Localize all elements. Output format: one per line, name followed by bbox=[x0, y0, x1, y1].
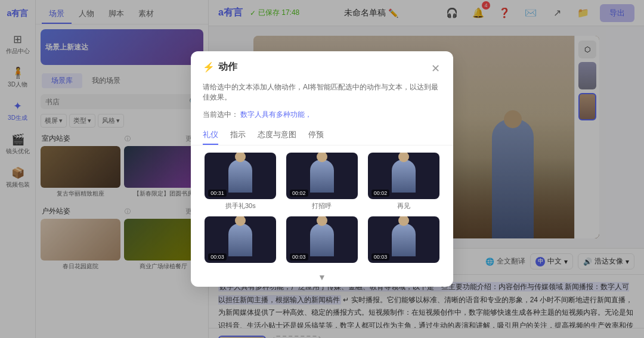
modal-tab-stop[interactable]: 停预 bbox=[308, 126, 324, 145]
bow-duration: 00:31 bbox=[208, 190, 227, 197]
bow-label: 拱手礼30s bbox=[225, 201, 256, 210]
action-modal: ⚡ 动作 ✕ 请给选中的文本添加人物动作，AI将智能匹配选中的动作与文本，以达到… bbox=[191, 51, 453, 287]
motion-6[interactable]: 00:03 bbox=[366, 216, 441, 263]
motion-greet-thumb: 00:02 bbox=[286, 153, 358, 199]
greet-duration: 00:02 bbox=[290, 190, 308, 197]
motion-greet[interactable]: 00:02 打招呼 bbox=[284, 153, 360, 210]
m5-duration: 00:03 bbox=[290, 253, 308, 261]
modal-title: ⚡ 动作 bbox=[203, 61, 237, 73]
modal-selected-text: 数字人具有多种功能， bbox=[240, 110, 312, 119]
modal-description: 请给选中的文本添加人物动作，AI将智能匹配选中的动作与文本，以达到最佳效果。 bbox=[191, 82, 453, 107]
modal-tabs: 礼仪 指示 态度与意图 停预 bbox=[191, 126, 453, 145]
modal-more-icon[interactable]: ▼ bbox=[318, 272, 326, 282]
modal-selected-area: 当前选中： 数字人具有多种功能， bbox=[191, 107, 453, 126]
modal-tab-instruction[interactable]: 指示 bbox=[230, 126, 246, 145]
motion-seeagain-thumb: 00:02 bbox=[368, 153, 439, 199]
motion-5[interactable]: 00:03 bbox=[284, 216, 360, 263]
motion-4[interactable]: 00:03 bbox=[203, 216, 278, 263]
motion-bow-thumb: 00:31 bbox=[205, 153, 276, 199]
modal-title-icon: ⚡ bbox=[203, 61, 215, 73]
modal-close-btn[interactable]: ✕ bbox=[430, 61, 441, 76]
motion-seeagain[interactable]: 00:02 再见 bbox=[366, 153, 441, 210]
motion-5-thumb: 00:03 bbox=[286, 216, 358, 263]
m6-duration: 00:03 bbox=[371, 253, 390, 261]
seeagain-duration: 00:02 bbox=[371, 190, 390, 197]
modal-tab-attitude[interactable]: 态度与意图 bbox=[258, 126, 296, 145]
motion-6-thumb: 00:03 bbox=[368, 216, 439, 263]
modal-header: ⚡ 动作 ✕ bbox=[191, 51, 453, 82]
motion-bow[interactable]: 00:31 拱手礼30s bbox=[203, 153, 278, 210]
modal-overlay[interactable]: ⚡ 动作 ✕ 请给选中的文本添加人物动作，AI将智能匹配选中的动作与文本，以达到… bbox=[0, 0, 644, 338]
motion-4-thumb: 00:03 bbox=[205, 216, 276, 263]
motion-grid: 00:31 拱手礼30s 00:02 打招呼 bbox=[191, 145, 453, 270]
m4-duration: 00:03 bbox=[208, 253, 227, 261]
modal-tab-ceremony[interactable]: 礼仪 bbox=[203, 126, 218, 145]
modal-more-area: ▼ bbox=[191, 270, 453, 287]
seeagain-label: 再见 bbox=[397, 201, 410, 210]
greet-label: 打招呼 bbox=[312, 201, 332, 210]
